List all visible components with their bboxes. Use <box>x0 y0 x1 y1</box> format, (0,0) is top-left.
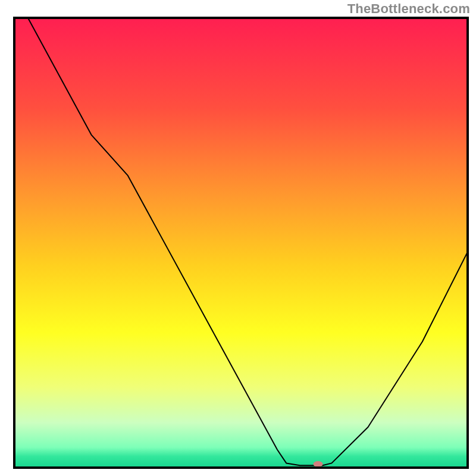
chart-container: TheBottleneck.com <box>0 0 476 476</box>
bottleneck-chart <box>0 0 476 476</box>
watermark-text: TheBottleneck.com <box>347 1 470 17</box>
optimal-marker <box>314 461 323 467</box>
plot-background <box>14 18 468 468</box>
